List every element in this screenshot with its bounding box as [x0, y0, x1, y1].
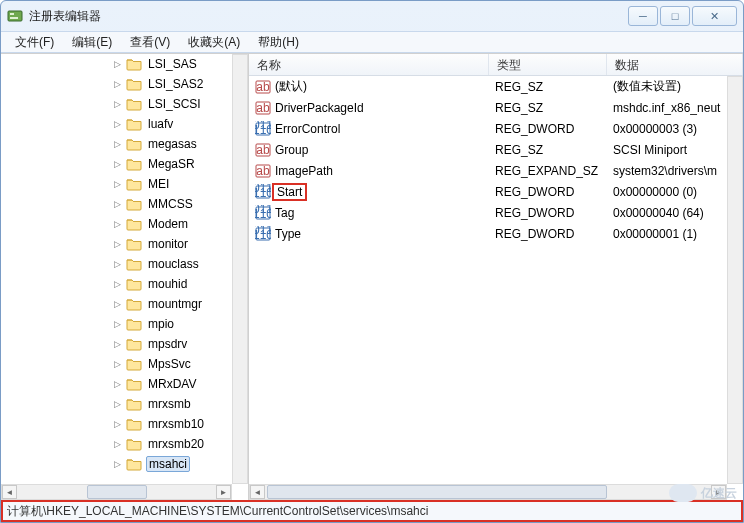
- tree-item-mrxsmb[interactable]: ▷mrxsmb: [1, 394, 232, 414]
- menu-view[interactable]: 查看(V): [122, 32, 178, 53]
- expander-icon[interactable]: ▷: [112, 59, 123, 70]
- tree-item-mouhid[interactable]: ▷mouhid: [1, 274, 232, 294]
- value-data: 0x00000001 (1): [607, 227, 727, 241]
- status-path: 计算机\HKEY_LOCAL_MACHINE\SYSTEM\CurrentCon…: [7, 503, 428, 520]
- tree-item-mrxdav[interactable]: ▷MRxDAV: [1, 374, 232, 394]
- value-row[interactable]: ab(默认)REG_SZ(数值未设置): [249, 76, 727, 97]
- svg-text:ab: ab: [256, 164, 270, 178]
- menu-help[interactable]: 帮助(H): [250, 32, 307, 53]
- tree-item-mouclass[interactable]: ▷mouclass: [1, 254, 232, 274]
- expander-icon[interactable]: ▷: [112, 379, 123, 390]
- value-row[interactable]: abDriverPackageIdREG_SZmshdc.inf_x86_neu…: [249, 97, 727, 118]
- svg-rect-2: [10, 17, 18, 19]
- value-type: REG_SZ: [489, 143, 607, 157]
- value-name: (默认): [275, 78, 307, 95]
- tree-item-lsi_scsi[interactable]: ▷LSI_SCSI: [1, 94, 232, 114]
- tree-item-lsi_sas2[interactable]: ▷LSI_SAS2: [1, 74, 232, 94]
- tree-item-megasr[interactable]: ▷MegaSR: [1, 154, 232, 174]
- expander-icon[interactable]: ▷: [112, 279, 123, 290]
- expander-icon[interactable]: ▷: [112, 239, 123, 250]
- expander-icon[interactable]: ▷: [112, 199, 123, 210]
- value-row[interactable]: abImagePathREG_EXPAND_SZsystem32\drivers…: [249, 160, 727, 181]
- scroll-thumb[interactable]: [267, 485, 607, 499]
- tree-horizontal-scrollbar[interactable]: ◄ ►: [1, 484, 232, 500]
- tree-item-mrxsmb10[interactable]: ▷mrxsmb10: [1, 414, 232, 434]
- value-type: REG_SZ: [489, 101, 607, 115]
- scroll-left-icon[interactable]: ◄: [2, 485, 17, 499]
- tree-item-mountmgr[interactable]: ▷mountmgr: [1, 294, 232, 314]
- tree-item-label: mouclass: [146, 257, 201, 271]
- folder-icon: [126, 397, 142, 411]
- value-row[interactable]: 011110TypeREG_DWORD0x00000001 (1): [249, 223, 727, 244]
- expander-icon[interactable]: ▷: [112, 419, 123, 430]
- menu-favorites[interactable]: 收藏夹(A): [180, 32, 248, 53]
- maximize-button[interactable]: □: [660, 6, 690, 26]
- scroll-left-icon[interactable]: ◄: [250, 485, 265, 499]
- expander-icon[interactable]: ▷: [112, 319, 123, 330]
- column-header-data[interactable]: 数据: [607, 54, 743, 75]
- scroll-right-icon[interactable]: ►: [216, 485, 231, 499]
- menu-file[interactable]: 文件(F): [7, 32, 62, 53]
- svg-text:ab: ab: [256, 80, 270, 94]
- expander-icon[interactable]: ▷: [112, 99, 123, 110]
- tree-item-mmcss[interactable]: ▷MMCSS: [1, 194, 232, 214]
- menu-edit[interactable]: 编辑(E): [64, 32, 120, 53]
- value-data: 0x00000040 (64): [607, 206, 727, 220]
- value-type: REG_DWORD: [489, 185, 607, 199]
- folder-icon: [126, 457, 142, 471]
- tree-item-monitor[interactable]: ▷monitor: [1, 234, 232, 254]
- value-row[interactable]: 011110StartREG_DWORD0x00000000 (0): [249, 181, 727, 202]
- string-value-icon: ab: [255, 163, 271, 179]
- column-header-name[interactable]: 名称: [249, 54, 489, 75]
- expander-icon[interactable]: ▷: [112, 259, 123, 270]
- list-horizontal-scrollbar[interactable]: ◄ ►: [249, 484, 727, 500]
- expander-icon[interactable]: ▷: [112, 299, 123, 310]
- close-button[interactable]: ✕: [692, 6, 737, 26]
- list-view[interactable]: ab(默认)REG_SZ(数值未设置)abDriverPackageIdREG_…: [249, 76, 727, 484]
- tree-item-modem[interactable]: ▷Modem: [1, 214, 232, 234]
- tree-view[interactable]: ▷LSI_SAS▷LSI_SAS2▷LSI_SCSI▷luafv▷megasas…: [1, 54, 232, 484]
- watermark-text: 亿速云: [701, 485, 737, 502]
- expander-icon[interactable]: ▷: [112, 359, 123, 370]
- column-header-type[interactable]: 类型: [489, 54, 607, 75]
- list-vertical-scrollbar[interactable]: [727, 76, 743, 484]
- expander-icon[interactable]: ▷: [112, 119, 123, 130]
- tree-item-mpssvc[interactable]: ▷MpsSvc: [1, 354, 232, 374]
- value-name: Start: [272, 183, 307, 201]
- tree-vertical-scrollbar[interactable]: [232, 54, 248, 484]
- expander-icon[interactable]: ▷: [112, 179, 123, 190]
- expander-icon[interactable]: ▷: [112, 399, 123, 410]
- value-row[interactable]: 011110TagREG_DWORD0x00000040 (64): [249, 202, 727, 223]
- expander-icon[interactable]: ▷: [112, 79, 123, 90]
- minimize-button[interactable]: ─: [628, 6, 658, 26]
- scroll-thumb[interactable]: [87, 485, 147, 499]
- expander-icon[interactable]: ▷: [112, 219, 123, 230]
- tree-item-lsi_sas[interactable]: ▷LSI_SAS: [1, 54, 232, 74]
- expander-icon[interactable]: ▷: [112, 339, 123, 350]
- statusbar: 计算机\HKEY_LOCAL_MACHINE\SYSTEM\CurrentCon…: [1, 500, 743, 522]
- tree-item-megasas[interactable]: ▷megasas: [1, 134, 232, 154]
- folder-icon: [126, 297, 142, 311]
- binary-value-icon: 011110: [255, 205, 271, 221]
- folder-icon: [126, 217, 142, 231]
- tree-item-luafv[interactable]: ▷luafv: [1, 114, 232, 134]
- svg-text:ab: ab: [256, 143, 270, 157]
- tree-item-mpio[interactable]: ▷mpio: [1, 314, 232, 334]
- tree-item-mei[interactable]: ▷MEI: [1, 174, 232, 194]
- svg-text:110: 110: [255, 207, 271, 221]
- tree-item-mpsdrv[interactable]: ▷mpsdrv: [1, 334, 232, 354]
- folder-icon: [126, 157, 142, 171]
- binary-value-icon: 011110: [255, 121, 271, 137]
- expander-icon[interactable]: ▷: [112, 139, 123, 150]
- tree-item-msahci[interactable]: ▷msahci: [1, 454, 232, 474]
- value-data: mshdc.inf_x86_neut: [607, 101, 727, 115]
- expander-icon[interactable]: ▷: [112, 439, 123, 450]
- value-row[interactable]: abGroupREG_SZSCSI Miniport: [249, 139, 727, 160]
- expander-icon[interactable]: ▷: [112, 159, 123, 170]
- tree-item-label: megasas: [146, 137, 199, 151]
- expander-icon[interactable]: ▷: [112, 459, 123, 470]
- titlebar[interactable]: 注册表编辑器 ─ □ ✕: [1, 1, 743, 31]
- value-row[interactable]: 011110ErrorControlREG_DWORD0x00000003 (3…: [249, 118, 727, 139]
- tree-item-mrxsmb20[interactable]: ▷mrxsmb20: [1, 434, 232, 454]
- tree-item-label: mouhid: [146, 277, 189, 291]
